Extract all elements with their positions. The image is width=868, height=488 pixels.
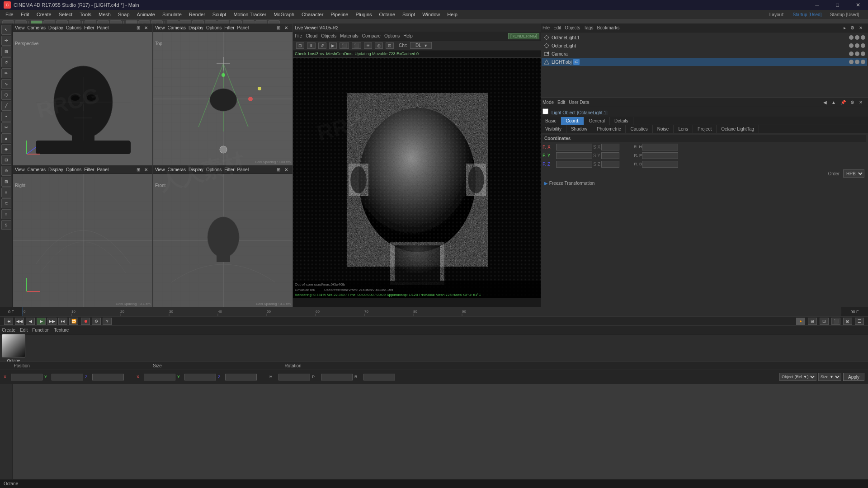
coord-sx-input[interactable]: 1 bbox=[601, 144, 619, 150]
minimize-btn[interactable]: ─ bbox=[807, 0, 827, 10]
btn-play-forward[interactable]: ▶ bbox=[37, 318, 46, 325]
lv-btn-7[interactable]: ☀ bbox=[364, 42, 372, 49]
tool-rotate[interactable]: ↺ bbox=[1, 57, 11, 67]
btn-record-params[interactable]: ⚙ bbox=[92, 318, 101, 325]
mgr-help[interactable]: Help bbox=[403, 33, 413, 38]
vp-options-label[interactable]: Options bbox=[66, 25, 81, 30]
vp-top-expand[interactable]: ⊞ bbox=[277, 25, 280, 30]
om-close-icon[interactable]: ✕ bbox=[859, 25, 863, 30]
tool-point[interactable]: • bbox=[1, 112, 11, 122]
coord-py-input[interactable]: 123 cm bbox=[556, 152, 592, 159]
attr-prev-icon[interactable]: ◀ bbox=[823, 100, 827, 105]
lv-btn-2[interactable]: ⏸ bbox=[307, 42, 316, 49]
vp-front-view[interactable]: View bbox=[155, 167, 165, 172]
tf-coord-dropdown[interactable]: Object (Rel.▼) bbox=[779, 373, 816, 381]
viewport-right-content[interactable]: Right bbox=[13, 174, 152, 307]
vp-right-view[interactable]: View bbox=[15, 167, 25, 172]
viewport-right[interactable]: View Cameras Display Options Filter Pane… bbox=[13, 165, 153, 307]
layout-value[interactable]: Startup [Used] bbox=[789, 11, 825, 18]
live-viewer-canvas[interactable]: Out-of-core used/max:0Kb/4Gb GmB/16: 0/0… bbox=[293, 58, 541, 298]
btn-region2[interactable]: ⬛ bbox=[831, 318, 840, 325]
menu-sculpt[interactable]: Sculpt bbox=[209, 11, 230, 18]
tool-edge[interactable]: ╱ bbox=[1, 101, 11, 111]
om-file[interactable]: File bbox=[542, 25, 550, 30]
btn-res[interactable]: ⊞ bbox=[808, 318, 817, 325]
viewport-top[interactable]: View Cameras Display Options Filter Pane… bbox=[153, 23, 293, 165]
btn-last-frame[interactable]: ⏭ bbox=[58, 318, 67, 325]
apply-btn[interactable]: Apply bbox=[843, 373, 864, 381]
vp-right-expand[interactable]: ⊞ bbox=[137, 167, 140, 172]
attr-edit[interactable]: Edit bbox=[557, 100, 565, 105]
menu-tools[interactable]: Tools bbox=[76, 11, 95, 18]
timeline-ruler[interactable]: 0 10 20 30 40 50 60 70 80 90 bbox=[23, 307, 841, 316]
attr-userdata[interactable]: User Data bbox=[569, 100, 589, 105]
menu-octane[interactable]: Octane bbox=[376, 11, 399, 18]
vp-panel-label[interactable]: Panel bbox=[97, 25, 109, 30]
attr-tab-coord[interactable]: Coord. bbox=[561, 117, 584, 125]
coord-rx-input[interactable]: -228.429 ° bbox=[642, 144, 678, 150]
vp-front-close[interactable]: ✕ bbox=[284, 167, 288, 172]
tf-pos-z[interactable]: -3.231 cm bbox=[92, 374, 124, 380]
vp-top-options[interactable]: Options bbox=[206, 25, 222, 30]
lv-btn-6[interactable]: ⬛ bbox=[352, 42, 361, 49]
menu-render[interactable]: Render bbox=[185, 11, 209, 18]
menu-select[interactable]: Select bbox=[55, 11, 76, 18]
btn-octane-render[interactable]: ● bbox=[796, 318, 805, 325]
btn-first-frame[interactable]: ⏮ bbox=[4, 318, 13, 325]
vp-front-panel[interactable]: Panel bbox=[237, 167, 249, 172]
btn-prev-key[interactable]: ◀◀ bbox=[15, 318, 24, 325]
tool-bevel[interactable]: ◈ bbox=[1, 144, 11, 154]
vp-top-view[interactable]: View bbox=[155, 25, 165, 30]
om-new-icon[interactable]: ▸ bbox=[844, 25, 846, 30]
tool-scale[interactable]: ⊞ bbox=[1, 47, 11, 56]
attr-tab-basic[interactable]: Basic bbox=[541, 117, 561, 125]
btn-loop[interactable]: 🔁 bbox=[69, 318, 78, 325]
attr-tab-noise[interactable]: Noise bbox=[653, 125, 674, 133]
viewport-perspective-content[interactable]: Perspective bbox=[13, 32, 152, 165]
lv-btn-5[interactable]: ⬛ bbox=[340, 42, 349, 49]
lv-btn-8[interactable]: ◎ bbox=[375, 42, 383, 49]
tf-rot-b[interactable]: 0° bbox=[363, 374, 395, 380]
vp-front-expand[interactable]: ⊞ bbox=[277, 167, 280, 172]
coord-sz-input[interactable]: 1 bbox=[601, 161, 619, 168]
menu-window[interactable]: Window bbox=[419, 11, 443, 18]
tool-weld[interactable]: ⊕ bbox=[1, 166, 11, 176]
vp-right-filter[interactable]: Filter bbox=[84, 167, 94, 172]
attr-tab-details[interactable]: Details bbox=[610, 117, 633, 125]
tf-size-y[interactable]: 0 cm bbox=[184, 374, 216, 380]
btn-help-pb[interactable]: ? bbox=[103, 318, 112, 325]
vp-display-label[interactable]: Display bbox=[48, 25, 63, 30]
menu-simulate[interactable]: Simulate bbox=[159, 11, 185, 18]
menu-motiontracket[interactable]: Motion Tracker bbox=[230, 11, 270, 18]
vp-right-display[interactable]: Display bbox=[48, 167, 63, 172]
attr-object-enable[interactable] bbox=[542, 108, 548, 114]
viewport-top-content[interactable]: Top bbox=[153, 32, 292, 165]
lv-btn-4[interactable]: ▶ bbox=[329, 42, 337, 49]
menu-edit[interactable]: Edit bbox=[17, 11, 33, 18]
btn-prev-frame[interactable]: ◀ bbox=[26, 318, 35, 325]
btn-region[interactable]: ⊡ bbox=[820, 318, 829, 325]
tf-size-dropdown[interactable]: Size ▼ bbox=[818, 373, 841, 381]
attr-tab-photometric[interactable]: Photometric bbox=[592, 125, 626, 133]
window-controls[interactable]: ─ □ ✕ bbox=[807, 0, 868, 10]
tool-brush[interactable]: ✏ bbox=[1, 68, 11, 78]
tf-pos-y[interactable]: 123 cm bbox=[52, 374, 83, 380]
menu-plugins[interactable]: Plugins bbox=[352, 11, 375, 18]
attr-tab-shadow[interactable]: Shadow bbox=[566, 125, 592, 133]
order-select[interactable]: HPB bbox=[843, 169, 864, 178]
menu-file[interactable]: File bbox=[2, 11, 17, 18]
vp-view-label[interactable]: View bbox=[15, 25, 25, 30]
attr-tab-octane[interactable]: Octane LightTag bbox=[717, 125, 759, 133]
mgr-compare[interactable]: Compare bbox=[362, 33, 381, 38]
om-row-octanelight1[interactable]: OctaneLight.1 bbox=[542, 33, 867, 42]
coord-px-input[interactable]: 225.646 c bbox=[556, 144, 592, 150]
attr-mode[interactable]: Mode bbox=[542, 100, 554, 105]
viewport-perspective[interactable]: View Cameras Display Options Filter Pane… bbox=[13, 23, 153, 165]
om-bookmarks[interactable]: Bookmarks bbox=[597, 25, 619, 30]
menu-pipeline[interactable]: Pipeline bbox=[327, 11, 352, 18]
material-item-octane[interactable]: Octane bbox=[2, 334, 25, 363]
menu-snap[interactable]: Snap bbox=[114, 11, 133, 18]
tool-magnet[interactable]: ⊂ bbox=[1, 198, 11, 208]
attr-pin-icon[interactable]: 📌 bbox=[840, 100, 846, 105]
menu-create[interactable]: Create bbox=[33, 11, 55, 18]
